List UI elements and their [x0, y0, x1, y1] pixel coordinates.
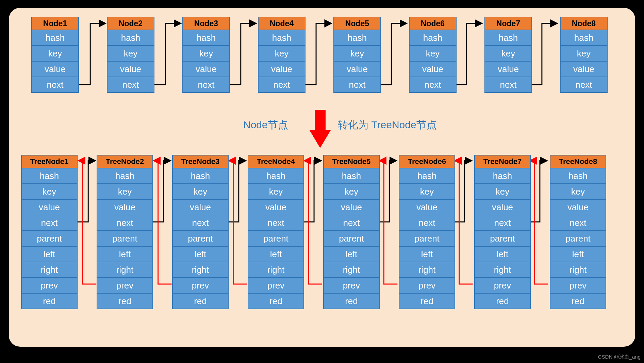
treenode-title: TreeNode1: [21, 155, 78, 168]
node-field-value: value: [182, 62, 230, 77]
treenode-field-parent: parent: [323, 231, 380, 247]
treenode-field-hash: hash: [97, 168, 153, 184]
treenode-field-right: right: [248, 262, 304, 278]
node-field-hash: hash: [31, 30, 79, 46]
treenode-field-right: right: [474, 262, 531, 278]
treenode-field-value: value: [172, 200, 229, 215]
node-field-hash: hash: [258, 30, 306, 46]
treenode-field-prev: prev: [97, 278, 153, 294]
treenode-1: TreeNode1 hash key value next parent lef…: [21, 155, 78, 309]
node-field-hash: hash: [107, 30, 154, 46]
treenode-field-red: red: [172, 294, 229, 309]
treenode-4: TreeNode4 hash key value next parent lef…: [248, 155, 304, 309]
node-title: Node3: [182, 17, 230, 30]
treenode-6: TreeNode6 hash key value next parent lef…: [399, 155, 455, 309]
treenode-field-key: key: [21, 184, 78, 200]
treenode-field-right: right: [172, 262, 229, 278]
node-field-key: key: [333, 46, 381, 62]
treenode-field-hash: hash: [550, 168, 606, 184]
treenode-field-red: red: [21, 294, 78, 309]
treenode-field-hash: hash: [172, 168, 229, 184]
node-field-key: key: [560, 46, 608, 62]
transform-arrow-icon: [310, 110, 331, 149]
node-field-hash: hash: [333, 30, 381, 46]
treenode-field-key: key: [550, 184, 606, 200]
node-field-key: key: [107, 46, 154, 62]
treenode-field-parent: parent: [399, 231, 455, 247]
node-field-key: key: [31, 46, 79, 62]
treenode-field-parent: parent: [474, 231, 531, 247]
treenode-field-value: value: [323, 200, 380, 215]
treenode-field-key: key: [97, 184, 153, 200]
treenode-7: TreeNode7 hash key value next parent lef…: [474, 155, 531, 309]
treenode-title: TreeNode4: [248, 155, 304, 168]
node-field-next: next: [182, 77, 230, 93]
treenode-title: TreeNode2: [97, 155, 153, 168]
treenode-field-right: right: [97, 262, 153, 278]
treenode-field-hash: hash: [323, 168, 380, 184]
node-field-next: next: [107, 77, 154, 93]
treenode-field-key: key: [474, 184, 531, 200]
treenode-field-key: key: [399, 184, 455, 200]
node-title: Node8: [560, 17, 608, 30]
treenode-field-red: red: [323, 294, 380, 309]
treenode-field-next: next: [172, 215, 229, 231]
treenode-title: TreeNode5: [323, 155, 380, 168]
treenode-field-parent: parent: [172, 231, 229, 247]
treenode-field-left: left: [248, 247, 304, 262]
treenode-field-right: right: [21, 262, 78, 278]
treenode-8: TreeNode8 hash key value next parent lef…: [550, 155, 606, 309]
transform-caption-left: Node节点: [243, 118, 288, 132]
treenode-field-red: red: [550, 294, 606, 309]
node-5: Node5 hash key value next: [333, 17, 381, 93]
treenode-field-value: value: [21, 200, 78, 215]
treenode-field-red: red: [399, 294, 455, 309]
treenode-field-prev: prev: [399, 278, 455, 294]
treenode-field-parent: parent: [97, 231, 153, 247]
treenode-field-value: value: [97, 200, 153, 215]
treenode-field-next: next: [21, 215, 78, 231]
treenode-2: TreeNode2 hash key value next parent lef…: [97, 155, 153, 309]
node-title: Node6: [409, 17, 457, 30]
treenode-field-red: red: [248, 294, 304, 309]
node-1: Node1 hash key value next: [31, 17, 79, 93]
node-field-next: next: [31, 77, 79, 93]
treenode-field-value: value: [550, 200, 606, 215]
treenode-3: TreeNode3 hash key value next parent lef…: [172, 155, 229, 309]
treenode-title: TreeNode6: [399, 155, 455, 168]
node-field-value: value: [107, 62, 154, 77]
treenode-field-next: next: [399, 215, 455, 231]
node-field-next: next: [484, 77, 532, 93]
treenode-field-left: left: [21, 247, 78, 262]
treenode-field-next: next: [323, 215, 380, 231]
treenode-field-key: key: [172, 184, 229, 200]
treenode-field-hash: hash: [248, 168, 304, 184]
node-title: Node2: [107, 17, 154, 30]
node-field-key: key: [258, 46, 306, 62]
treenode-field-hash: hash: [474, 168, 531, 184]
treenode-field-prev: prev: [21, 278, 78, 294]
treenode-field-prev: prev: [248, 278, 304, 294]
node-field-value: value: [258, 62, 306, 77]
node-row: Node1 hash key value next Node2 hash key…: [31, 17, 608, 93]
treenode-field-red: red: [97, 294, 153, 309]
treenode-field-left: left: [172, 247, 229, 262]
node-title: Node1: [31, 17, 79, 30]
treenode-field-hash: hash: [21, 168, 78, 184]
node-field-key: key: [484, 46, 532, 62]
node-field-hash: hash: [182, 30, 230, 46]
node-4: Node4 hash key value next: [258, 17, 306, 93]
treenode-field-prev: prev: [550, 278, 606, 294]
treenode-field-right: right: [323, 262, 380, 278]
treenode-field-left: left: [97, 247, 153, 262]
node-title: Node4: [258, 17, 306, 30]
treenode-field-key: key: [323, 184, 380, 200]
node-2: Node2 hash key value next: [107, 17, 154, 93]
diagram-canvas: Node1 hash key value next Node2 hash key…: [8, 7, 636, 348]
treenode-5: TreeNode5 hash key value next parent lef…: [323, 155, 380, 309]
node-field-value: value: [560, 62, 608, 77]
treenode-field-parent: parent: [550, 231, 606, 247]
node-title: Node5: [333, 17, 381, 30]
treenode-title: TreeNode8: [550, 155, 606, 168]
node-field-value: value: [409, 62, 457, 77]
